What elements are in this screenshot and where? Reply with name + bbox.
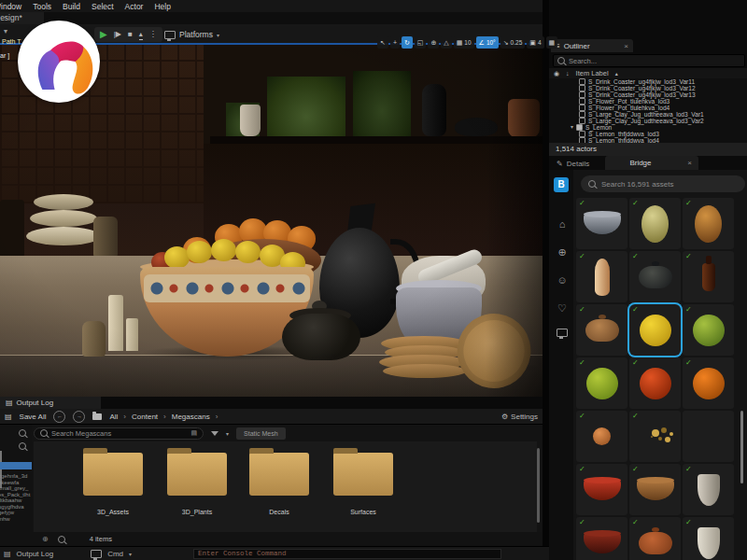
select-tool[interactable]: ↖	[377, 36, 388, 49]
menu-tools[interactable]: Tools	[33, 2, 51, 11]
outliner-row[interactable]: ▾S_Lemon	[549, 124, 747, 131]
move-tool[interactable]: +	[390, 36, 400, 49]
folder-icon[interactable]	[92, 413, 102, 420]
asset-white-cup[interactable]: ✓	[683, 517, 734, 560]
cmd-dropdown[interactable]: Cmd	[107, 550, 123, 558]
outliner-row[interactable]: S_Large_Clay_Jug_udtheeava_lod3_Var2	[549, 118, 747, 124]
search-icon[interactable]	[58, 536, 65, 543]
asset-clay-pot[interactable]: ✓	[576, 304, 627, 356]
rotate-tool[interactable]: ↻	[402, 36, 413, 49]
source-item[interactable]: cgehnfa_3d	[0, 473, 32, 480]
world-icon[interactable]: ⊕	[556, 246, 569, 259]
toolbar-dropdown-caret[interactable]: ▾	[4, 27, 7, 35]
bridge-search-input[interactable]	[601, 180, 738, 189]
bridge-search[interactable]	[581, 175, 745, 192]
local-assets-icon[interactable]	[557, 329, 568, 337]
bridge-logo[interactable]: B	[554, 177, 569, 192]
folder-surfaces[interactable]: Surfaces	[326, 453, 401, 515]
source-item[interactable]: small_grey_	[0, 485, 32, 492]
search-icon[interactable]	[19, 429, 26, 437]
menu-build[interactable]: Build	[63, 2, 80, 11]
asset-lime[interactable]: ✓	[683, 304, 734, 356]
platforms-dropdown[interactable]: Platforms ▾	[164, 27, 219, 42]
stop-button[interactable]: ■	[128, 27, 133, 42]
close-icon[interactable]: ×	[687, 159, 692, 167]
menu-actor[interactable]: Actor	[125, 2, 144, 11]
chevron-down-icon[interactable]: ▾	[129, 551, 132, 557]
settings-button[interactable]: ⚙ Settings	[501, 413, 538, 421]
scale-snap-toggle[interactable]: ↘0.25	[500, 36, 526, 49]
folder-3d_assets[interactable]: 3D_Assets	[76, 453, 150, 515]
menu-select[interactable]: Select	[92, 2, 114, 11]
asset-lemon[interactable]: ✓	[629, 304, 681, 356]
outliner-row[interactable]: S_Flower_Pot_tlulehkva_lod3	[549, 98, 747, 105]
console-command-box[interactable]	[193, 549, 501, 559]
close-icon[interactable]: ×	[624, 42, 628, 50]
asset-brown-bottle[interactable]: ✓	[683, 251, 734, 302]
visibility-icon[interactable]: ◉	[554, 70, 559, 77]
outliner-row[interactable]: S_Flower_Pot_tlulehkva_lod4	[549, 105, 747, 111]
favorites-icon[interactable]: ♡	[556, 302, 569, 315]
bridge-scrollbar[interactable]	[740, 411, 743, 483]
console-command-input[interactable]	[198, 550, 497, 557]
tab-bridge[interactable]: Bridge ×	[605, 156, 698, 170]
save-search-icon[interactable]: ▤	[190, 429, 197, 437]
frame-skip-button[interactable]: |▶	[114, 27, 121, 42]
asset-stone-goblet[interactable]: ✓	[683, 464, 734, 515]
viewport-layout[interactable]: ▦	[546, 36, 558, 49]
expand-caret[interactable]: ▾	[571, 124, 573, 131]
back-button[interactable]: ←	[53, 411, 65, 423]
outliner-row[interactable]: S_Drink_Coaster_ug4fjkjw_lod3_Var12	[549, 85, 747, 91]
outliner-row[interactable]: S_Drink_Coaster_ug4fjkjw_lod3_Var11	[549, 78, 747, 85]
asset-black-clay-pot[interactable]: ✓	[629, 251, 681, 302]
chevron-down-icon[interactable]: ▾	[226, 430, 229, 437]
menu-window[interactable]: Window	[0, 2, 21, 11]
outliner-search-input[interactable]	[569, 57, 740, 65]
forward-button[interactable]: →	[73, 411, 85, 423]
eject-button[interactable]: ▴	[139, 29, 143, 40]
asset-red-bowl[interactable]: ✓	[576, 464, 627, 515]
rotation-snap-toggle[interactable]: ∠10°	[476, 36, 499, 49]
asset-orange[interactable]: ✓	[683, 357, 734, 409]
asset-dark-red-bowl[interactable]: ✓	[576, 517, 627, 560]
play-button[interactable]: ▶	[100, 27, 107, 42]
surface-snap-toggle[interactable]: △	[441, 36, 451, 49]
scale-tool[interactable]: ◱	[415, 36, 427, 49]
crumb-all[interactable]: All	[109, 413, 118, 421]
tab-output-log[interactable]: ▤ Output Log	[0, 397, 101, 409]
search-icon[interactable]	[19, 442, 26, 450]
folder-3d_plants[interactable]: 3D_Plants	[160, 453, 234, 515]
asset-brown-bowl[interactable]: ✓	[629, 464, 681, 515]
outliner-row[interactable]: S_Lemon_thfjddwva_lod3	[549, 131, 747, 137]
filter-icon[interactable]	[211, 431, 218, 436]
tab-outliner[interactable]: ≡ Outliner ×	[551, 39, 633, 52]
asset-green-mango[interactable]: ✓	[576, 357, 627, 409]
megascans-search-input[interactable]	[51, 429, 187, 438]
asset-blood-orange[interactable]: ✓	[629, 357, 681, 409]
save-all-button[interactable]: Save All	[20, 413, 47, 421]
asset-peach[interactable]: ✓	[576, 411, 627, 462]
grid-snap-toggle[interactable]: ▦10	[454, 36, 474, 49]
home-icon[interactable]: ⌂	[556, 218, 569, 230]
asset-pale-gourd[interactable]: ✓	[629, 198, 681, 249]
asset-dried-flowers[interactable]: ✓	[629, 411, 681, 462]
add-source-icon[interactable]: ⊕	[42, 535, 49, 543]
outliner-row[interactable]: S_Large_Clay_Jug_udtheeava_lod3_Var1	[549, 111, 747, 118]
menu-help[interactable]: Help	[154, 2, 170, 11]
world-space-toggle[interactable]: ⊕	[428, 36, 439, 49]
asset-empty[interactable]	[683, 411, 734, 462]
output-log-button[interactable]: Output Log	[17, 550, 54, 558]
asset-stone-mortar-bowl[interactable]: ✓	[576, 198, 627, 249]
account-icon[interactable]: ☺	[556, 274, 569, 286]
crumb-content[interactable]: Content	[132, 413, 158, 421]
source-item[interactable]: fnhw	[0, 516, 32, 523]
selected-source-row[interactable]	[0, 462, 32, 469]
more-options-button[interactable]: ⋮	[149, 27, 157, 42]
crumb-megascans[interactable]: Megascans	[172, 413, 210, 421]
content-scrollbar[interactable]	[537, 448, 540, 523]
pin-icon[interactable]: ↓	[566, 70, 570, 77]
filter-badge[interactable]: Static Mesh	[236, 427, 286, 440]
asset-terracotta-pot[interactable]: ✓	[629, 517, 681, 560]
megascans-search[interactable]: ▤	[34, 427, 204, 440]
outliner-row[interactable]: S_Drink_Coaster_ug4fjkjw_lod3_Var13	[549, 91, 747, 98]
